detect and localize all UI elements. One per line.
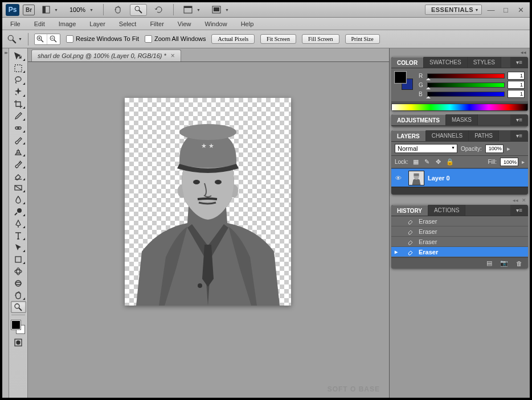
quick-selection-tool[interactable] — [11, 86, 26, 98]
lock-all-icon[interactable]: 🔒 — [446, 158, 454, 166]
pen-tool[interactable] — [11, 217, 26, 229]
panel-color-swatches[interactable] — [395, 72, 415, 94]
move-tool[interactable] — [11, 50, 26, 62]
g-slider[interactable] — [427, 83, 505, 88]
menu-help[interactable]: Help — [238, 19, 257, 29]
fit-screen-button[interactable]: Fit Screen — [260, 34, 296, 44]
tab-styles[interactable]: STYLES — [468, 57, 501, 68]
resize-windows-checkbox[interactable]: Resize Windows To Fit — [66, 35, 139, 43]
toolbox-drag-handle[interactable]: ▸▸ — [2, 48, 9, 398]
maximize-button[interactable]: □ — [500, 6, 511, 14]
minimize-button[interactable]: — — [485, 6, 497, 14]
tab-actions[interactable]: ACTIONS — [428, 205, 465, 216]
new-document-from-state-icon[interactable]: ▤ — [485, 259, 494, 267]
shape-tool[interactable] — [11, 253, 26, 265]
collapse-icon[interactable]: ◂◂ — [521, 50, 526, 55]
healing-brush-tool[interactable] — [11, 122, 26, 134]
gradient-tool[interactable] — [11, 182, 26, 193]
zoom-out-icon[interactable] — [47, 34, 60, 44]
document-tab[interactable]: sharl de Gol.png @ 100% (Layer 0, RGB/16… — [31, 50, 181, 61]
visibility-toggle[interactable]: 👁 — [391, 175, 405, 182]
collapse-icon[interactable]: ◂◂ — [513, 197, 518, 203]
launch-apps-dropdown[interactable] — [38, 4, 62, 16]
menu-image[interactable]: Image — [55, 19, 80, 29]
tab-masks[interactable]: MASKS — [446, 114, 478, 125]
screen-mode-dropdown[interactable] — [208, 4, 233, 16]
rotate-view-shortcut[interactable] — [150, 4, 167, 16]
hand-tool[interactable] — [11, 289, 26, 301]
marquee-tool[interactable] — [11, 62, 26, 74]
fill-screen-button[interactable]: Fill Screen — [302, 34, 339, 44]
actual-pixels-button[interactable]: Actual Pixels — [211, 34, 255, 44]
new-snapshot-icon[interactable]: 📷 — [500, 259, 509, 267]
color-swatches[interactable] — [10, 319, 26, 336]
tool-preset-picker[interactable]: ▼ — [7, 34, 22, 44]
flyout-icon[interactable]: ▸ — [522, 159, 525, 165]
canvas-image[interactable]: ★ ★ — [125, 98, 291, 306]
type-tool[interactable] — [11, 229, 26, 241]
r-slider[interactable] — [427, 73, 505, 79]
color-spectrum[interactable] — [391, 104, 528, 111]
history-item[interactable]: Eraser — [391, 216, 528, 226]
menu-edit[interactable]: Edit — [31, 19, 48, 29]
close-button[interactable]: ✕ — [515, 6, 526, 14]
workspace-switcher[interactable]: ESSENTIALS — [425, 5, 482, 15]
eyedropper-tool[interactable] — [11, 110, 26, 122]
panel-menu-icon[interactable]: ▾≡ — [510, 130, 528, 141]
r-value[interactable]: 1 — [508, 72, 525, 80]
zoom-in-out-toggle[interactable] — [34, 34, 60, 45]
zoom-tool[interactable] — [11, 301, 26, 313]
tab-color[interactable]: COLOR — [391, 57, 424, 68]
zoom-all-windows-checkbox[interactable]: Zoom All Windows — [145, 35, 206, 43]
print-size-button[interactable]: Print Size — [345, 34, 380, 44]
g-value[interactable]: 1 — [508, 81, 525, 89]
panel-menu-icon[interactable]: ▾≡ — [510, 205, 528, 216]
layer-name[interactable]: Layer 0 — [428, 175, 450, 182]
history-brush-tool[interactable] — [11, 158, 26, 170]
lock-position-icon[interactable]: ✥ — [435, 158, 443, 166]
close-icon[interactable]: ✕ — [522, 197, 526, 203]
blend-mode-select[interactable]: Normal — [395, 144, 457, 153]
lasso-tool[interactable] — [11, 74, 26, 86]
3d-orbit-tool[interactable] — [11, 277, 26, 289]
menu-view[interactable]: View — [174, 19, 195, 29]
bridge-icon[interactable]: Br — [23, 5, 35, 15]
panel-menu-icon[interactable]: ▾≡ — [510, 114, 528, 125]
menu-select[interactable]: Select — [116, 19, 140, 29]
canvas-viewport[interactable]: ★ ★ — [28, 62, 389, 398]
layer-row[interactable]: 👁 Layer 0 — [391, 168, 528, 187]
tab-history[interactable]: HISTORY — [391, 205, 428, 216]
b-slider[interactable] — [427, 92, 505, 97]
close-icon[interactable]: × — [171, 52, 175, 60]
tab-swatches[interactable]: SWATCHES — [424, 57, 468, 68]
tab-channels[interactable]: CHANNELS — [426, 130, 469, 141]
crop-tool[interactable] — [11, 98, 26, 110]
menu-window[interactable]: Window — [202, 19, 231, 29]
foreground-color[interactable] — [395, 72, 406, 83]
path-selection-tool[interactable] — [11, 241, 26, 253]
eraser-tool[interactable] — [11, 170, 26, 182]
fill-value[interactable]: 100% — [500, 158, 518, 166]
flyout-icon[interactable]: ▸ — [507, 145, 510, 152]
tab-layers[interactable]: LAYERS — [391, 130, 426, 141]
b-value[interactable]: 1 — [508, 90, 525, 98]
tab-adjustments[interactable]: ADJUSTMENTS — [391, 114, 446, 125]
zoom-level-dropdown[interactable]: 100% — [66, 4, 97, 16]
history-item[interactable]: Eraser — [391, 226, 528, 237]
brush-tool[interactable] — [11, 134, 26, 146]
lock-transparency-icon[interactable]: ▦ — [412, 158, 420, 166]
blur-tool[interactable] — [11, 193, 26, 205]
tab-paths[interactable]: PATHS — [469, 130, 499, 141]
panel-menu-icon[interactable]: ▾≡ — [510, 57, 528, 68]
menu-filter[interactable]: Filter — [146, 19, 167, 29]
lock-pixels-icon[interactable]: ✎ — [423, 158, 431, 166]
hand-tool-shortcut[interactable] — [109, 4, 126, 16]
layer-thumbnail[interactable] — [408, 171, 424, 185]
delete-state-icon[interactable]: 🗑 — [514, 259, 523, 267]
menu-file[interactable]: File — [7, 19, 24, 29]
foreground-swatch[interactable] — [11, 320, 21, 329]
zoom-in-icon[interactable] — [35, 34, 47, 44]
3d-rotate-tool[interactable] — [11, 265, 26, 277]
history-item[interactable]: Eraser — [391, 237, 528, 247]
opacity-value[interactable]: 100% — [485, 145, 504, 153]
